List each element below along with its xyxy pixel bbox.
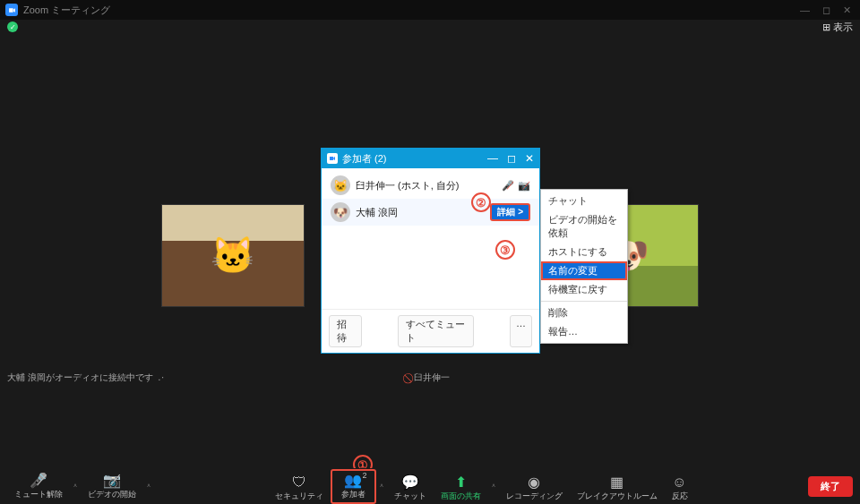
panel-more-button[interactable]: …	[510, 315, 532, 347]
video-off-icon: 📷̸	[518, 180, 530, 192]
participant-video-cat: 🐱	[162, 205, 304, 306]
record-button[interactable]: ◉ レコーディング	[499, 473, 570, 504]
participants-icon: 👥	[344, 473, 362, 489]
active-speaker-label: ⃠ 臼井伸一	[410, 372, 450, 384]
audio-options-caret[interactable]: ＾	[70, 482, 81, 491]
panel-close-button[interactable]: ✕	[525, 152, 534, 165]
invite-button[interactable]: 招待	[329, 315, 362, 347]
start-video-button[interactable]: 📷̸ ビデオの開始	[81, 471, 143, 502]
callout-2: ②	[471, 192, 491, 212]
participant-status-icons: 🎤̸ 📷̸	[502, 180, 530, 192]
participant-name: 臼井伸一 (ホスト, 自分)	[356, 179, 460, 192]
close-button[interactable]: ✕	[843, 4, 851, 16]
menu-separator	[541, 301, 627, 302]
maximize-button[interactable]: ◻	[822, 4, 830, 16]
window-title: Zoom ミーティング	[23, 4, 110, 17]
participants-button[interactable]: 2 👥 参加者	[336, 473, 371, 500]
participants-panel-header[interactable]: 参加者 (2) — ◻ ✕	[322, 149, 539, 168]
mic-muted-icon: 🎤̸	[502, 180, 514, 192]
menu-item-chat[interactable]: チャット	[541, 192, 627, 210]
reactions-button[interactable]: ☺ 反応	[665, 473, 695, 504]
share-options-caret[interactable]: ＾	[488, 482, 499, 491]
participant-row[interactable]: 🐶 大輔 浪岡 詳細 >	[322, 199, 539, 226]
record-icon: ◉	[528, 474, 540, 491]
panel-title: 参加者 (2)	[342, 152, 387, 166]
avatar: 🐱	[331, 175, 350, 195]
unmute-button[interactable]: 🎤̸ ミュート解除	[7, 471, 70, 502]
view-button[interactable]: ⊞ 表示	[822, 21, 853, 34]
security-button[interactable]: 🛡 セキュリティ	[268, 473, 331, 504]
participant-details-button[interactable]: 詳細 >	[490, 203, 530, 221]
menu-item-remove[interactable]: 削除	[541, 303, 627, 322]
share-icon: ⬆	[455, 474, 467, 491]
breakout-rooms-button[interactable]: ▦ ブレイクアウトルーム	[570, 473, 665, 504]
share-screen-button[interactable]: ⬆ 画面の共有	[434, 473, 488, 504]
panel-minimize-button[interactable]: —	[487, 152, 498, 165]
encryption-shield-icon[interactable]	[7, 21, 18, 32]
panel-logo-icon	[327, 153, 338, 164]
minimize-button[interactable]: —	[800, 4, 810, 16]
menu-item-report[interactable]: 報告…	[541, 322, 627, 341]
mic-muted-icon: 🎤̸	[30, 473, 47, 489]
app-logo	[5, 4, 18, 16]
video-off-icon: 📷̸	[103, 473, 121, 489]
window-titlebar: Zoom ミーティング — ◻ ✕	[0, 0, 860, 20]
participant-context-menu: チャット ビデオの開始を依頼 ホストにする 名前の変更 待機室に戻す 削除 報告…	[540, 189, 628, 344]
callout-3: ③	[495, 240, 515, 260]
mute-all-button[interactable]: すべてミュート	[398, 315, 474, 347]
chat-button[interactable]: 💬 チャット	[387, 473, 434, 504]
participants-count: 2	[362, 471, 366, 480]
participants-caret[interactable]: ＾	[376, 482, 387, 491]
avatar: 🐶	[331, 202, 350, 222]
reactions-icon: ☺	[672, 474, 686, 491]
shield-icon: 🛡	[292, 474, 306, 491]
meeting-toolbar: 🎤̸ ミュート解除 ＾ 📷̸ ビデオの開始 ＾ 🛡 セキュリティ 2 👥 参加者…	[0, 468, 860, 504]
menu-item-make-host[interactable]: ホストにする	[541, 243, 627, 261]
participant-row[interactable]: 🐱 臼井伸一 (ホスト, 自分) 🎤̸ 📷̸	[322, 172, 539, 199]
video-options-caret[interactable]: ＾	[143, 482, 154, 491]
menu-item-put-waiting-room[interactable]: 待機室に戻す	[541, 280, 627, 299]
participant-name: 大輔 浪岡	[356, 206, 398, 219]
panel-maximize-button[interactable]: ◻	[507, 152, 516, 165]
breakout-icon: ▦	[610, 474, 624, 491]
end-meeting-button[interactable]: 終了	[808, 476, 853, 497]
chat-icon: 💬	[401, 474, 419, 491]
menu-item-rename[interactable]: 名前の変更	[541, 261, 627, 280]
menu-item-ask-start-video[interactable]: ビデオの開始を依頼	[541, 210, 627, 243]
audio-connecting-status: 大輔 浪岡がオーディオに接続中です .·	[7, 372, 165, 384]
video-tile-left[interactable]: 🐱	[161, 204, 305, 307]
